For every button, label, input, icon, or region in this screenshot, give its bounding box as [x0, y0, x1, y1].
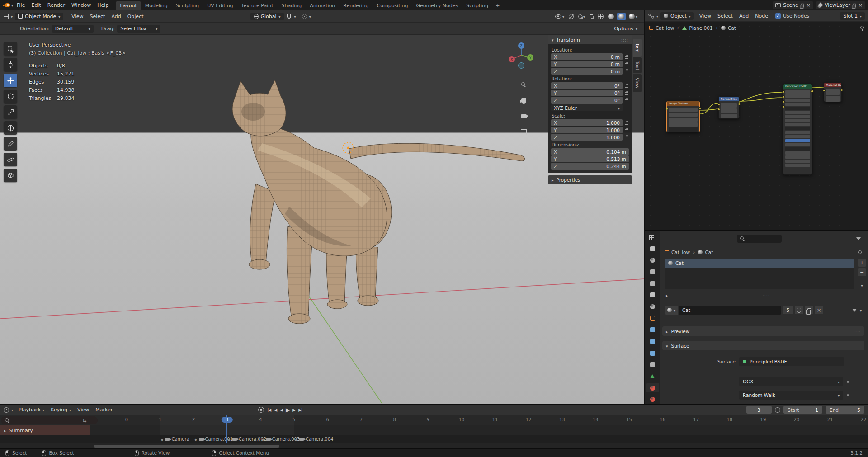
- slot-dropdown[interactable]: Slot 1: [840, 12, 865, 20]
- viewport-menu-select[interactable]: Select: [86, 13, 108, 20]
- sidebar-tab-view[interactable]: View: [633, 74, 642, 92]
- pan-button[interactable]: [518, 95, 529, 106]
- chevron-down-icon[interactable]: [860, 307, 862, 313]
- sidebar-tab-item[interactable]: Item: [633, 39, 642, 57]
- jump-to-end-button[interactable]: ▶|: [298, 408, 302, 412]
- workspace-tab-rendering[interactable]: Rendering: [339, 1, 373, 10]
- value-field[interactable]: X0.104 m: [551, 148, 629, 155]
- timeline-marker-camera-003[interactable]: Camera.003: [261, 437, 300, 442]
- properties-tab-output[interactable]: [646, 267, 659, 277]
- properties-tab-object[interactable]: [646, 314, 659, 323]
- pin-icon[interactable]: [860, 26, 864, 29]
- value-field[interactable]: Y1.000: [551, 127, 623, 133]
- value-field[interactable]: Z0.244 m: [551, 163, 629, 170]
- workspace-tab-shading[interactable]: Shading: [278, 1, 306, 10]
- menu-edit[interactable]: Edit: [28, 1, 44, 9]
- navigation-gizmo[interactable]: Z X Y: [505, 39, 537, 71]
- properties-search-box[interactable]: [737, 235, 782, 243]
- timeline-marker-camera-004[interactable]: Camera.004: [295, 437, 334, 442]
- node-menu-node[interactable]: Node: [752, 12, 771, 20]
- add-slot-button[interactable]: +: [858, 259, 866, 267]
- panel-grip-icon[interactable]: [621, 37, 628, 42]
- lock-icon[interactable]: [625, 56, 628, 59]
- frame-start-field[interactable]: Start 1: [783, 406, 822, 414]
- editor-type-icon[interactable]: [4, 14, 9, 19]
- workspace-tab-layout[interactable]: Layout: [116, 1, 141, 10]
- timeline-menu-marker[interactable]: Marker: [92, 406, 116, 414]
- filter-icon[interactable]: [856, 237, 861, 240]
- workspace-tab-texture-paint[interactable]: Texture Paint: [237, 1, 278, 10]
- input-socket[interactable]: [782, 100, 785, 103]
- properties-tab-world[interactable]: [646, 302, 659, 311]
- use-nodes-checkbox[interactable]: [775, 13, 781, 19]
- value-field[interactable]: X0°: [551, 82, 623, 89]
- lock-icon[interactable]: [625, 137, 628, 139]
- previous-keyframe-button[interactable]: ◀: [274, 408, 277, 412]
- node-breadcrumb-cat[interactable]: Cat: [721, 25, 736, 31]
- material-slot-list[interactable]: Cat: [665, 259, 854, 289]
- lock-icon[interactable]: [625, 129, 628, 132]
- output-socket[interactable]: [840, 89, 843, 91]
- chevron-down-icon[interactable]: [11, 14, 13, 19]
- timeline-body[interactable]: -101245678910111213141516171819202122 Su…: [0, 415, 868, 443]
- viewport-canvas[interactable]: User Perspective (3) Collection | Cat_lo…: [0, 35, 644, 404]
- material-slot-row[interactable]: Cat: [665, 259, 854, 268]
- timeline-scrollbar[interactable]: [94, 445, 279, 448]
- scale-tool[interactable]: [4, 105, 17, 119]
- current-frame-indicator[interactable]: 3: [222, 417, 232, 423]
- visibility-dropdown[interactable]: [554, 13, 566, 20]
- distribution-dropdown[interactable]: GGX: [739, 377, 843, 386]
- orientation-setting-dropdown[interactable]: Default: [52, 25, 94, 33]
- show-gizmos-toggle[interactable]: [567, 13, 575, 20]
- shading-rendered[interactable]: [627, 13, 639, 20]
- scene-selector[interactable]: Scene: [773, 1, 813, 9]
- slot-specials-menu[interactable]: [858, 281, 866, 289]
- expand-icon[interactable]: [666, 292, 668, 298]
- menu-file[interactable]: File: [14, 1, 28, 9]
- timecode-icon[interactable]: [775, 407, 780, 413]
- output-socket[interactable]: [811, 90, 814, 93]
- current-frame-field[interactable]: 3: [746, 406, 772, 414]
- surface-panel-header[interactable]: Surface: [662, 341, 864, 350]
- value-field[interactable]: Z0 m: [551, 68, 623, 75]
- input-socket[interactable]: [717, 108, 720, 111]
- menu-help[interactable]: Help: [94, 1, 112, 9]
- input-socket[interactable]: [782, 95, 785, 98]
- transform-panel-header[interactable]: Transform: [548, 35, 632, 44]
- rotation-mode-dropdown[interactable]: XYZ Euler: [551, 104, 623, 111]
- shading-solid[interactable]: [607, 13, 615, 20]
- properties-tab-modifiers[interactable]: [646, 325, 659, 335]
- record-button[interactable]: [258, 407, 264, 413]
- input-socket[interactable]: [717, 103, 720, 106]
- play-reverse-button[interactable]: ◀: [280, 408, 283, 412]
- shading-material-preview[interactable]: [617, 13, 626, 20]
- resize-grip-icon[interactable]: [763, 292, 770, 298]
- editor-type-icon[interactable]: [4, 407, 9, 413]
- material-name-field[interactable]: Cat: [679, 306, 781, 315]
- mode-dropdown[interactable]: Object Mode: [15, 13, 63, 20]
- add-workspace-button[interactable]: +: [492, 1, 503, 10]
- workspace-tab-scripting[interactable]: Scripting: [462, 1, 492, 10]
- properties-subpanel-header[interactable]: Properties: [548, 175, 632, 184]
- snap-settings-dropdown-icon[interactable]: [294, 14, 296, 19]
- value-field[interactable]: Z1.000: [551, 134, 623, 141]
- cursor-tool[interactable]: [4, 58, 17, 71]
- next-keyframe-button[interactable]: ▶: [292, 408, 295, 412]
- rotate-tool[interactable]: [4, 90, 17, 103]
- workspace-tab-animation[interactable]: Animation: [306, 1, 339, 10]
- properties-tab-object-data[interactable]: [646, 372, 659, 381]
- pin-icon[interactable]: [858, 250, 862, 254]
- options-dropdown[interactable]: Options: [611, 25, 641, 33]
- panel-grip-icon[interactable]: [854, 329, 861, 334]
- properties-breadcrumb-cat-low[interactable]: Cat_low: [665, 250, 690, 255]
- search-input[interactable]: [747, 236, 778, 241]
- value-field[interactable]: Y0°: [551, 90, 623, 96]
- show-overlays-toggle[interactable]: [577, 13, 586, 20]
- editor-type-icon[interactable]: [648, 14, 654, 19]
- remove-view-layer-icon[interactable]: [859, 2, 863, 8]
- value-field[interactable]: Y0 m: [551, 61, 623, 67]
- menu-window[interactable]: Window: [68, 1, 94, 9]
- viewport-menu-add[interactable]: Add: [108, 13, 124, 20]
- view-layer-selector[interactable]: ViewLayer: [816, 1, 865, 9]
- properties-tab-scene[interactable]: [646, 291, 659, 300]
